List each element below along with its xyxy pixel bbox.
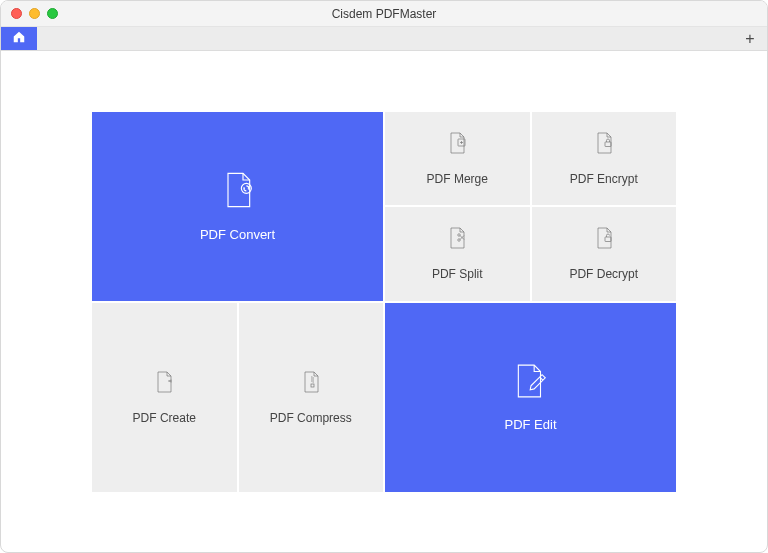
pdf-encrypt-label: PDF Encrypt (570, 172, 638, 186)
pdf-decrypt-icon (594, 226, 614, 253)
pdf-convert-icon (221, 170, 255, 213)
svg-rect-5 (605, 237, 611, 242)
pdf-merge-tile[interactable]: PDF Merge (385, 112, 530, 206)
pdf-compress-icon (301, 370, 321, 397)
traffic-lights (11, 8, 58, 19)
pdf-merge-label: PDF Merge (427, 172, 488, 186)
content-area: PDF Convert PDF Merge (1, 51, 767, 552)
pdf-encrypt-tile[interactable]: PDF Encrypt (532, 112, 677, 206)
pdf-edit-icon (513, 362, 549, 403)
plus-icon: + (745, 30, 754, 48)
pdf-merge-icon (447, 131, 467, 158)
close-window-button[interactable] (11, 8, 22, 19)
window-title: Cisdem PDFMaster (1, 7, 767, 21)
pdf-convert-label: PDF Convert (200, 227, 275, 242)
tool-grid: PDF Convert PDF Merge (92, 112, 676, 492)
pdf-edit-label: PDF Edit (504, 417, 556, 432)
pdf-convert-tile[interactable]: PDF Convert (92, 112, 383, 301)
svg-point-3 (458, 234, 461, 237)
svg-rect-2 (605, 142, 611, 147)
titlebar: Cisdem PDFMaster (1, 1, 767, 27)
home-tab[interactable] (1, 27, 37, 50)
pdf-create-label: PDF Create (133, 411, 196, 425)
pdf-compress-label: PDF Compress (270, 411, 352, 425)
pdf-decrypt-label: PDF Decrypt (569, 267, 638, 281)
zoom-window-button[interactable] (47, 8, 58, 19)
pdf-split-tile[interactable]: PDF Split (385, 207, 530, 301)
pdf-split-label: PDF Split (432, 267, 483, 281)
pdf-edit-tile[interactable]: PDF Edit (385, 303, 676, 492)
home-icon (12, 30, 26, 48)
pdf-create-tile[interactable]: PDF Create (92, 303, 237, 492)
add-tab-button[interactable]: + (739, 27, 761, 50)
app-window: Cisdem PDFMaster + (0, 0, 768, 553)
pdf-split-icon (447, 226, 467, 253)
pdf-compress-tile[interactable]: PDF Compress (239, 303, 384, 492)
pdf-create-icon (154, 370, 174, 397)
tabbar: + (1, 27, 767, 51)
minimize-window-button[interactable] (29, 8, 40, 19)
pdf-encrypt-icon (594, 131, 614, 158)
svg-point-4 (458, 239, 461, 242)
svg-rect-6 (311, 384, 314, 387)
pdf-decrypt-tile[interactable]: PDF Decrypt (532, 207, 677, 301)
